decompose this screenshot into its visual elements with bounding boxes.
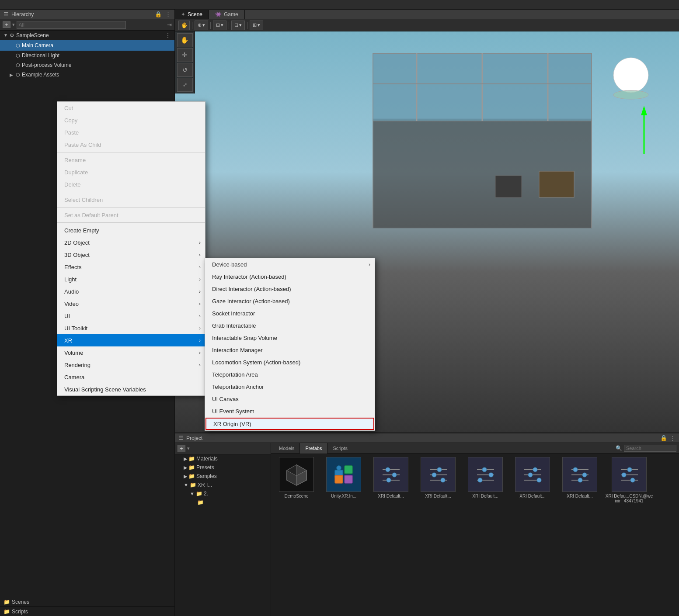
directional-light-item[interactable]: ⬡ Directional Light xyxy=(0,51,174,60)
asset-unity-xr[interactable]: Unity.XR.In... xyxy=(322,457,366,503)
proj-xr-sub2-item[interactable]: 📁 xyxy=(175,498,271,507)
cm-right-interactable-snap[interactable]: Interactable Snap Volume xyxy=(205,332,375,344)
cm-ui[interactable]: UI › xyxy=(57,310,205,322)
cm-select-children[interactable]: Select Children xyxy=(57,194,205,206)
toolbar-snap-dropdown[interactable]: ⊟ ▾ xyxy=(231,21,245,30)
cm-3d-object[interactable]: 3D Object › xyxy=(57,249,205,261)
proj-search-input[interactable] xyxy=(624,445,676,452)
cm-ui-event-system-label: UI Event System xyxy=(212,408,254,415)
cm-right-direct-interactor[interactable]: Direct Interactor (Action-based) xyxy=(205,283,375,295)
project-more-icon[interactable]: ⋮ xyxy=(670,435,676,441)
cm-ui-toolkit[interactable]: UI Toolkit › xyxy=(57,322,205,334)
proj-search-icon: 🔍 xyxy=(616,445,622,451)
project-add-button[interactable]: + xyxy=(178,445,185,452)
toolbar-grid-dropdown[interactable]: ⊞ ▾ xyxy=(213,21,226,30)
proj-xr-sub-item[interactable]: ▼ 📁 2. xyxy=(175,489,271,498)
toolbar-hand-button[interactable]: 🖐 xyxy=(178,21,190,30)
asset-xri-5[interactable]: XRI Default... xyxy=(558,457,602,503)
cm-light[interactable]: Light › xyxy=(57,273,205,285)
cm-right-locomotion-system[interactable]: Locomotion System (Action-based) xyxy=(205,356,375,368)
project-lock-icon[interactable]: 🔒 xyxy=(660,435,667,441)
more-icon[interactable]: ⋮ xyxy=(165,11,171,17)
cm-right-interaction-manager[interactable]: Interaction Manager xyxy=(205,344,375,356)
cm-right-ui-event-system[interactable]: UI Event System xyxy=(205,405,375,417)
cm-copy[interactable]: Copy xyxy=(57,114,205,126)
asset-xri-1[interactable]: XRI Default... xyxy=(369,457,413,503)
cm-xr[interactable]: XR › xyxy=(57,334,205,346)
proj-xr-label: XR I... xyxy=(198,482,212,488)
proj-samples-item[interactable]: ▶ 📁 Samples xyxy=(175,472,271,481)
cm-effects[interactable]: Effects › xyxy=(57,261,205,273)
cm-set-default-parent[interactable]: Set as Default Parent xyxy=(57,209,205,221)
cm-create-empty[interactable]: Create Empty xyxy=(57,224,205,236)
cm-rename[interactable]: Rename xyxy=(57,154,205,166)
add-hierarchy-button[interactable]: + xyxy=(3,21,10,28)
proj-folder-icon-5: ▼ xyxy=(190,491,195,496)
game-tab[interactable]: 👾 Game xyxy=(209,10,245,19)
cm-audio[interactable]: Audio › xyxy=(57,285,205,298)
proj-materials-item[interactable]: ▶ 📁 Materials xyxy=(175,454,271,463)
example-assets-arrow: ▶ xyxy=(10,73,14,77)
proj-models-tab[interactable]: Models xyxy=(274,443,300,453)
lock-icon[interactable]: 🔒 xyxy=(155,11,162,17)
asset-demoscene[interactable]: DemoScene xyxy=(275,457,318,503)
post-process-item[interactable]: ⬡ Post-process Volume xyxy=(0,60,174,70)
cm-right-ray-interactor[interactable]: Ray Interactor (Action-based) xyxy=(205,270,375,283)
toolbar-vis-dropdown[interactable]: ⊞ ▾ xyxy=(250,21,263,30)
asset-xri-2[interactable]: XRI Default... xyxy=(416,457,460,503)
cm-effects-arrow: › xyxy=(199,264,201,270)
gizmo-hand-btn[interactable]: ✋ xyxy=(177,33,193,47)
proj-presets-item[interactable]: ▶ 📁 Presets xyxy=(175,463,271,472)
gizmo-rotate-btn[interactable]: ↺ xyxy=(177,63,193,77)
proj-folder-icon-1: ▶ xyxy=(184,456,187,462)
proj-scripts-tab[interactable]: Scripts xyxy=(327,443,353,453)
proj-xr-item[interactable]: ▼ 📁 XR I... xyxy=(175,481,271,489)
proj-models-label: Models xyxy=(279,446,294,451)
asset-xri-csdn[interactable]: XRI Defau...CSDN.@weixin_43471941 xyxy=(605,457,653,503)
cm-right-teleportation-area[interactable]: Teleportation Area xyxy=(205,368,375,381)
scenes-label-item[interactable]: 📁 Scenes xyxy=(0,597,174,606)
asset-xri-3[interactable]: XRI Default... xyxy=(463,457,507,503)
cm-2d-object[interactable]: 2D Object › xyxy=(57,236,205,249)
proj-prefabs-tab[interactable]: Prefabs xyxy=(300,443,327,453)
cm-teleportation-area-label: Teleportation Area xyxy=(212,371,258,378)
cm-cut[interactable]: Cut xyxy=(57,102,205,114)
cm-video[interactable]: Video › xyxy=(57,298,205,310)
main-camera-icon: ⬡ xyxy=(16,43,20,48)
search-filter-icon[interactable]: ⇥ xyxy=(167,21,172,28)
cm-camera[interactable]: Camera xyxy=(57,371,205,383)
cm-duplicate[interactable]: Duplicate xyxy=(57,166,205,178)
asset-xri-4[interactable]: XRI Default... xyxy=(511,457,554,503)
cm-right-teleportation-anchor[interactable]: Teleportation Anchor xyxy=(205,381,375,393)
scripts-label-item[interactable]: 📁 Scripts xyxy=(0,606,174,616)
project-content: + ▾ ▶ 📁 Materials ▶ 📁 Presets xyxy=(175,443,679,616)
example-assets-item[interactable]: ▶ ⬡ Example Assets xyxy=(0,70,174,80)
cm-visual-scripting[interactable]: Visual Scripting Scene Variables xyxy=(57,383,205,395)
gizmo-move-btn[interactable]: ✛ xyxy=(177,48,193,62)
cm-right-socket-interactor[interactable]: Socket Interactor xyxy=(205,307,375,319)
svg-rect-25 xyxy=(345,475,352,483)
cm-paste-as-child-label: Paste As Child xyxy=(64,142,101,148)
hierarchy-search-input[interactable] xyxy=(17,21,126,29)
cm-right-ui-canvas[interactable]: UI Canvas xyxy=(205,393,375,405)
cm-right-grab-interactable[interactable]: Grab Interactable xyxy=(205,319,375,332)
cm-rendering[interactable]: Rendering › xyxy=(57,359,205,371)
cm-right-gaze-interactor[interactable]: Gaze Interactor (Action-based) xyxy=(205,295,375,307)
scene-tab[interactable]: ✦ Scene xyxy=(175,10,209,19)
project-menu-icon[interactable]: ☰ xyxy=(178,435,184,441)
main-camera-item[interactable]: ⬡ Main Camera xyxy=(0,40,174,51)
project-add-arrow[interactable]: ▾ xyxy=(187,446,190,451)
toolbar-move-dropdown[interactable]: ⊕ ▾ xyxy=(195,21,208,30)
svg-point-47 xyxy=(528,473,533,477)
cm-paste-as-child[interactable]: Paste As Child xyxy=(57,138,205,151)
cm-paste[interactable]: Paste xyxy=(57,126,205,138)
cm-volume[interactable]: Volume › xyxy=(57,346,205,359)
cm-delete[interactable]: Delete xyxy=(57,178,205,190)
hierarchy-menu-icon[interactable]: ☰ xyxy=(3,11,9,17)
gizmo-scale-btn[interactable]: ⤢ xyxy=(177,78,193,92)
search-dropdown-arrow[interactable]: ▾ xyxy=(12,22,15,28)
cm-right-xr-origin-vr[interactable]: XR Origin (VR) xyxy=(205,418,374,430)
cm-xr-label: XR xyxy=(64,337,72,344)
scene-more-icon[interactable]: ⋮ xyxy=(165,32,171,39)
cm-right-device-based[interactable]: Device-based › xyxy=(205,258,375,270)
